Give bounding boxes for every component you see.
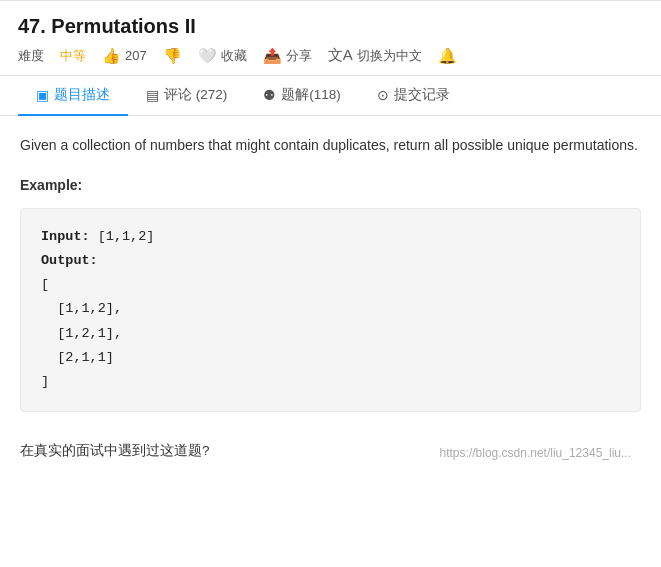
bottom-row: 在真实的面试中遇到过这道题? https://blog.csdn.net/liu… [0,442,661,470]
top-bar: 47. Permutations II 难度 中等 👍 207 👎 🤍 收藏 📤… [0,1,661,76]
like-button[interactable]: 👍 207 [102,47,147,65]
tab-submissions[interactable]: ⊙ 提交记录 [359,76,468,116]
tab-comments-label: 评论 (272) [164,86,227,104]
bell-button[interactable]: 🔔 [438,47,457,65]
tab-submissions-icon: ⊙ [377,87,389,103]
collect-label: 收藏 [221,47,247,65]
tab-description-label: 题目描述 [54,86,110,104]
share-button[interactable]: 📤 分享 [263,47,312,65]
thumbs-up-icon: 👍 [102,47,121,65]
code-line-3: [ [41,273,620,297]
thumbs-down-icon: 👎 [163,47,182,65]
code-line-1: Input: [1,1,2] [41,225,620,249]
tab-solutions-icon: ⚉ [263,87,276,103]
tab-solutions[interactable]: ⚉ 题解(118) [245,76,359,116]
tab-solutions-label: 题解(118) [281,86,341,104]
code-line-4: [1,1,2], [41,297,620,321]
code-line-5: [1,2,1], [41,322,620,346]
meta-row: 难度 中等 👍 207 👎 🤍 收藏 📤 分享 文A 切换为中文 🔔 [18,46,643,65]
problem-title: 47. Permutations II [18,15,643,38]
dislike-button[interactable]: 👎 [163,47,182,65]
heart-icon: 🤍 [198,47,217,65]
difficulty-label: 难度 [18,47,44,65]
translate-icon: 文A [328,46,353,65]
content-area: Given a collection of numbers that might… [0,116,661,442]
footer-link: https://blog.csdn.net/liu_12345_liu... [440,446,641,460]
bottom-question: 在真实的面试中遇到过这道题? [0,442,210,460]
tab-comments-icon: ▤ [146,87,159,103]
tab-submissions-label: 提交记录 [394,86,450,104]
tab-comments[interactable]: ▤ 评论 (272) [128,76,245,116]
translate-label: 切换为中文 [357,47,422,65]
translate-button[interactable]: 文A 切换为中文 [328,46,422,65]
like-count: 207 [125,48,147,63]
difficulty-value: 中等 [60,47,86,65]
collect-button[interactable]: 🤍 收藏 [198,47,247,65]
tab-description-icon: ▣ [36,87,49,103]
code-line-6: [2,1,1] [41,346,620,370]
share-label: 分享 [286,47,312,65]
problem-description: Given a collection of numbers that might… [20,134,641,158]
tab-description[interactable]: ▣ 题目描述 [18,76,128,116]
code-line-7: ] [41,370,620,394]
example-label: Example: [20,174,641,198]
bell-icon: 🔔 [438,47,457,65]
share-icon: 📤 [263,47,282,65]
code-block: Input: [1,1,2] Output: [ [1,1,2], [1,2,1… [20,208,641,412]
code-line-2: Output: [41,249,620,273]
tabs-bar: ▣ 题目描述 ▤ 评论 (272) ⚉ 题解(118) ⊙ 提交记录 [0,76,661,116]
